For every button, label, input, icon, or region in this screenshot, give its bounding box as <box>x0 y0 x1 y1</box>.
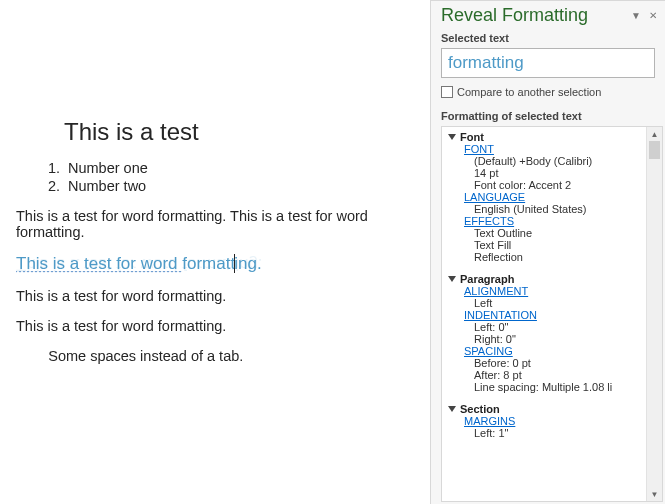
compare-checkbox[interactable] <box>441 86 453 98</box>
group-title: Section <box>460 403 500 415</box>
scroll-up-button[interactable]: ▲ <box>647 127 662 141</box>
formatting-of-selected-label: Formatting of selected text <box>431 106 665 124</box>
effect-reflection: Reflection <box>474 251 644 263</box>
doc-paragraph[interactable]: This is a test for word formatting. This… <box>16 208 422 240</box>
indent-left-value: Left: 0" <box>474 321 644 333</box>
doc-paragraph[interactable]: Some spaces instead of a tab. <box>16 348 422 364</box>
document-canvas[interactable]: This is a test 1.Number one 2.Number two… <box>0 0 430 504</box>
accent-text: formatt <box>182 254 235 273</box>
spacing-link[interactable]: SPACING <box>464 345 513 357</box>
group-section-header[interactable]: Section <box>446 401 644 415</box>
formatting-tree-container: Font FONT (Default) +Body (Calibri) 14 p… <box>441 126 663 502</box>
effect-outline: Text Outline <box>474 227 644 239</box>
scrollbar-track[interactable]: ▲ ▼ <box>646 127 662 501</box>
doc-numbered-list[interactable]: 1.Number one 2.Number two <box>48 160 422 194</box>
selected-text-sample[interactable]: formatting <box>441 48 655 78</box>
accent-text: ing <box>234 254 257 273</box>
list-item[interactable]: 2.Number two <box>48 178 422 194</box>
doc-heading[interactable]: This is a test <box>64 118 422 146</box>
reveal-formatting-pane: Reveal Formatting ▼ ✕ Selected text form… <box>430 0 665 504</box>
margin-left-value: Left: 1" <box>474 427 644 439</box>
collapse-arrow-icon[interactable] <box>448 134 456 140</box>
compare-label: Compare to another selection <box>457 86 601 98</box>
grammar-squiggle: This is a test for word <box>16 254 182 273</box>
alignment-link[interactable]: ALIGNMENT <box>464 285 528 297</box>
language-value: English (United States) <box>474 203 644 215</box>
selected-text-label: Selected text <box>431 28 665 46</box>
effect-fill: Text Fill <box>474 239 644 251</box>
doc-paragraph[interactable]: This is a test for word formatting. <box>16 288 422 304</box>
scroll-down-button[interactable]: ▼ <box>647 487 662 501</box>
pane-header: Reveal Formatting ▼ ✕ <box>431 1 665 28</box>
alignment-value: Left <box>474 297 644 309</box>
group-title: Paragraph <box>460 273 514 285</box>
list-item[interactable]: 1.Number one <box>48 160 422 176</box>
margins-link[interactable]: MARGINS <box>464 415 515 427</box>
list-text: Number one <box>68 160 148 176</box>
accent-punct: . <box>257 254 262 273</box>
collapse-arrow-icon[interactable] <box>448 276 456 282</box>
effects-link[interactable]: EFFECTS <box>464 215 514 227</box>
list-text: Number two <box>68 178 146 194</box>
language-link[interactable]: LANGUAGE <box>464 191 525 203</box>
pane-menu-dropdown[interactable]: ▼ <box>631 10 641 21</box>
doc-accent-paragraph[interactable]: This is a test for word formatting. <box>16 254 422 274</box>
font-size-value: 14 pt <box>474 167 644 179</box>
collapse-arrow-icon[interactable] <box>448 406 456 412</box>
list-number: 2. <box>48 178 68 194</box>
scrollbar-thumb[interactable] <box>649 141 660 159</box>
indentation-link[interactable]: INDENTATION <box>464 309 537 321</box>
text-cursor <box>234 254 235 273</box>
pane-close-button[interactable]: ✕ <box>649 10 657 21</box>
font-default-value: (Default) +Body (Calibri) <box>474 155 644 167</box>
line-spacing-value: Line spacing: Multiple 1.08 li <box>474 381 644 393</box>
group-font-header[interactable]: Font <box>446 129 644 143</box>
spacing-before-value: Before: 0 pt <box>474 357 644 369</box>
formatting-tree[interactable]: Font FONT (Default) +Body (Calibri) 14 p… <box>442 127 646 501</box>
doc-paragraph[interactable]: This is a test for word formatting. <box>16 318 422 334</box>
compare-selection-row[interactable]: Compare to another selection <box>431 84 665 106</box>
indent-right-value: Right: 0" <box>474 333 644 345</box>
font-color-value: Font color: Accent 2 <box>474 179 644 191</box>
spacing-after-value: After: 8 pt <box>474 369 644 381</box>
pane-title: Reveal Formatting <box>441 5 588 26</box>
list-number: 1. <box>48 160 68 176</box>
group-title: Font <box>460 131 484 143</box>
font-link[interactable]: FONT <box>464 143 494 155</box>
group-paragraph-header[interactable]: Paragraph <box>446 271 644 285</box>
